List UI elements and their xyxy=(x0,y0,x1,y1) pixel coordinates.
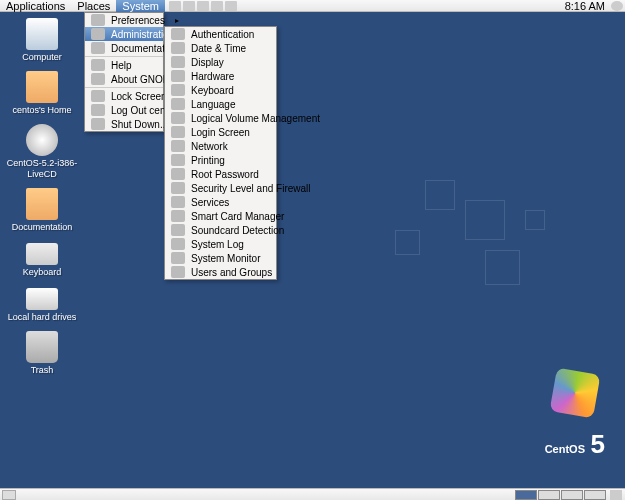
launcher-applets xyxy=(165,1,241,11)
admin-item-hardware[interactable]: Hardware xyxy=(165,69,276,83)
desktop-label: Computer xyxy=(6,52,78,63)
centos-emblem-icon xyxy=(545,363,605,423)
trash-icon xyxy=(26,331,58,363)
menu-label: Language xyxy=(191,99,270,110)
desktop-keyboard[interactable]: Keyboard xyxy=(6,243,78,278)
admin-item-system-monitor[interactable]: System Monitor xyxy=(165,251,276,265)
menu-separator xyxy=(85,56,163,57)
logout-icon xyxy=(91,104,105,116)
folder-icon xyxy=(26,188,58,220)
browser-launcher-icon[interactable] xyxy=(169,1,181,11)
menu-administration[interactable]: Administration▸ xyxy=(85,27,163,41)
mail-launcher-icon[interactable] xyxy=(183,1,195,11)
menu-label: Lock Screen xyxy=(111,91,167,102)
menu-about[interactable]: About GNOME xyxy=(85,72,163,86)
menu-applications[interactable]: Applications xyxy=(0,0,71,12)
menu-label: Date & Time xyxy=(191,43,270,54)
panel-trash-icon[interactable] xyxy=(610,490,622,500)
menu-label: Shut Down... xyxy=(111,119,168,130)
desktop-trash[interactable]: Trash xyxy=(6,331,78,376)
syslog-icon xyxy=(171,238,185,250)
workspace-4[interactable] xyxy=(584,490,606,500)
desktop-label: CentOS-5.2-i386-LiveCD xyxy=(6,158,78,180)
admin-item-language[interactable]: Language xyxy=(165,97,276,111)
desktop-livecd[interactable]: CentOS-5.2-i386-LiveCD xyxy=(6,124,78,180)
admin-item-logical-volume-management[interactable]: Logical Volume Management xyxy=(165,111,276,125)
documentation-icon xyxy=(91,42,105,54)
show-desktop-button[interactable] xyxy=(2,490,16,500)
menu-separator xyxy=(85,87,163,88)
administration-icon xyxy=(91,28,105,40)
drive-icon xyxy=(26,288,58,310)
computer-icon xyxy=(26,18,58,50)
menu-logout[interactable]: Log Out centos... xyxy=(85,103,163,117)
menu-places[interactable]: Places xyxy=(71,0,116,12)
admin-item-network[interactable]: Network xyxy=(165,139,276,153)
menu-help[interactable]: Help xyxy=(85,58,163,72)
firewall-icon xyxy=(171,182,185,194)
menu-lock[interactable]: Lock Screen xyxy=(85,89,163,103)
keyboard-icon xyxy=(171,84,185,96)
admin-item-security-level-and-firewall[interactable]: Security Level and Firewall xyxy=(165,181,276,195)
lock-icon xyxy=(91,90,105,102)
root-password-icon xyxy=(171,168,185,180)
menu-label: Display xyxy=(191,57,270,68)
admin-item-display[interactable]: Display xyxy=(165,55,276,69)
menu-label: Logical Volume Management xyxy=(191,113,320,124)
lvm-icon xyxy=(171,112,185,124)
auth-icon xyxy=(171,28,185,40)
volume-icon[interactable] xyxy=(611,1,623,11)
desktop-label: Local hard drives xyxy=(6,312,78,323)
desktop-documentation[interactable]: Documentation xyxy=(6,188,78,233)
menu-documentation[interactable]: Documentation▸ xyxy=(85,41,163,55)
desktop-drives[interactable]: Local hard drives xyxy=(6,288,78,323)
chevron-right-icon: ▸ xyxy=(175,16,179,25)
menu-shutdown[interactable]: Shut Down... xyxy=(85,117,163,131)
sysmonitor-icon xyxy=(171,252,185,264)
administration-submenu: AuthenticationDate & TimeDisplayHardware… xyxy=(164,26,277,280)
workspace-3[interactable] xyxy=(561,490,583,500)
admin-item-authentication[interactable]: Authentication xyxy=(165,27,276,41)
admin-item-services[interactable]: Services xyxy=(165,195,276,209)
impress-launcher-icon[interactable] xyxy=(211,1,223,11)
admin-item-keyboard[interactable]: Keyboard xyxy=(165,83,276,97)
keyboard-icon xyxy=(26,243,58,265)
system-menu: Preferences▸ Administration▸ Documentati… xyxy=(84,12,164,132)
desktop-home[interactable]: centos's Home xyxy=(6,71,78,116)
menu-label: Authentication xyxy=(191,29,270,40)
workspace-2[interactable] xyxy=(538,490,560,500)
menu-system[interactable]: System xyxy=(116,0,165,12)
brand-text: CentOS 5 xyxy=(545,429,605,460)
admin-item-users-and-groups[interactable]: Users and Groups xyxy=(165,265,276,279)
desktop-computer[interactable]: Computer xyxy=(6,18,78,63)
menu-label: System Log xyxy=(191,239,270,250)
admin-item-login-screen[interactable]: Login Screen xyxy=(165,125,276,139)
admin-item-date-time[interactable]: Date & Time xyxy=(165,41,276,55)
menu-label: Network xyxy=(191,141,270,152)
menu-label: Keyboard xyxy=(191,85,270,96)
desktop-label: Trash xyxy=(6,365,78,376)
printing-icon xyxy=(171,154,185,166)
brand-version: 5 xyxy=(591,429,605,459)
calc-launcher-icon[interactable] xyxy=(225,1,237,11)
admin-item-system-log[interactable]: System Log xyxy=(165,237,276,251)
office-launcher-icon[interactable] xyxy=(197,1,209,11)
brand-name: CentOS xyxy=(545,443,585,455)
clock[interactable]: 8:16 AM xyxy=(561,0,609,12)
menu-label: Services xyxy=(191,197,270,208)
centos-logo: CentOS 5 xyxy=(545,363,605,460)
smartcard-icon xyxy=(171,210,185,222)
admin-item-root-password[interactable]: Root Password xyxy=(165,167,276,181)
menu-preferences[interactable]: Preferences▸ xyxy=(85,13,163,27)
menu-label: Smart Card Manager xyxy=(191,211,284,222)
admin-item-soundcard-detection[interactable]: Soundcard Detection xyxy=(165,223,276,237)
language-icon xyxy=(171,98,185,110)
network-icon xyxy=(171,140,185,152)
menu-label: Help xyxy=(111,60,157,71)
admin-item-smart-card-manager[interactable]: Smart Card Manager xyxy=(165,209,276,223)
hardware-icon xyxy=(171,70,185,82)
soundcard-icon xyxy=(171,224,185,236)
bottom-panel xyxy=(0,488,625,500)
admin-item-printing[interactable]: Printing xyxy=(165,153,276,167)
workspace-1[interactable] xyxy=(515,490,537,500)
